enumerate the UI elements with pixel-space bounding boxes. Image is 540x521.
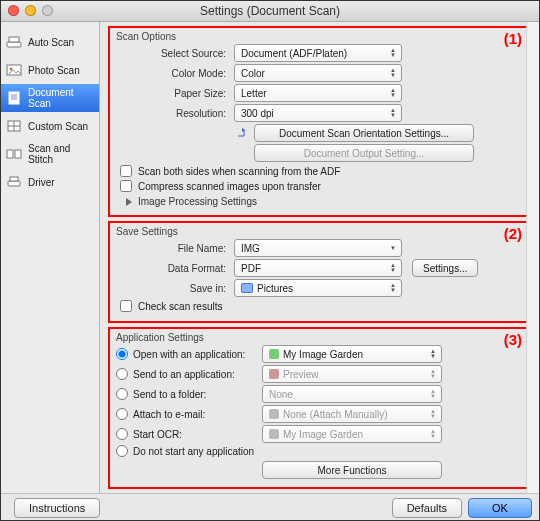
region-marker-3: (3): [504, 331, 522, 348]
svg-rect-0: [7, 42, 21, 47]
sidebar-item-document-scan[interactable]: Document Scan: [0, 84, 99, 112]
photo-icon: [6, 63, 22, 77]
app-icon: [269, 349, 279, 359]
sidebar-item-label: Photo Scan: [28, 65, 80, 76]
save-in-dropdown[interactable]: Pictures▲▼: [234, 279, 402, 297]
orientation-settings-button[interactable]: Document Scan Orientation Settings...: [254, 124, 474, 142]
sidebar-item-custom-scan[interactable]: Custom Scan: [0, 112, 99, 140]
folder-icon: [241, 283, 253, 293]
minimize-icon[interactable]: [25, 5, 36, 16]
more-functions-button[interactable]: More Functions: [262, 461, 442, 479]
scrollbar[interactable]: [526, 22, 540, 493]
sidebar: Auto Scan Photo Scan Document Scan Custo…: [0, 22, 100, 493]
orientation-icon: [234, 126, 250, 140]
start-ocr-radio[interactable]: Start OCR:: [116, 428, 262, 440]
sidebar-item-label: Driver: [28, 177, 55, 188]
titlebar: Settings (Document Scan): [0, 0, 540, 22]
svg-point-3: [10, 68, 13, 71]
sidebar-item-label: Custom Scan: [28, 121, 88, 132]
application-settings-group: Application Settings (3) Open with an ap…: [108, 327, 534, 489]
stitch-icon: [6, 147, 22, 161]
resolution-label: Resolution:: [116, 108, 234, 119]
check-scan-results-checkbox[interactable]: Check scan results: [120, 300, 526, 312]
file-name-label: File Name:: [116, 243, 234, 254]
sidebar-item-scan-and-stitch[interactable]: Scan and Stitch: [0, 140, 99, 168]
open-with-application-radio[interactable]: Open with an application:: [116, 348, 262, 360]
svg-rect-4: [9, 92, 19, 104]
chevron-right-icon: [126, 198, 132, 206]
color-mode-label: Color Mode:: [116, 68, 234, 79]
send-to-application-dropdown[interactable]: Preview▲▼: [262, 365, 442, 383]
sidebar-item-driver[interactable]: Driver: [0, 168, 99, 196]
svg-rect-13: [8, 181, 20, 186]
sidebar-item-auto-scan[interactable]: Auto Scan: [0, 28, 99, 56]
scanner-icon: [6, 35, 22, 49]
paper-size-dropdown[interactable]: Letter▲▼: [234, 84, 402, 102]
svg-rect-1: [9, 37, 19, 42]
group-title: Application Settings: [116, 332, 526, 343]
app-icon: [269, 409, 279, 419]
custom-icon: [6, 119, 22, 133]
data-format-label: Data Format:: [116, 263, 234, 274]
region-marker-2: (2): [504, 225, 522, 242]
format-settings-button[interactable]: Settings...: [412, 259, 478, 277]
sidebar-item-label: Auto Scan: [28, 37, 74, 48]
zoom-icon[interactable]: [42, 5, 53, 16]
region-marker-1: (1): [504, 30, 522, 47]
data-format-dropdown[interactable]: PDF▲▼: [234, 259, 402, 277]
footer: Instructions Defaults OK: [0, 493, 540, 521]
paper-size-label: Paper Size:: [116, 88, 234, 99]
instructions-button[interactable]: Instructions: [14, 498, 100, 518]
window-controls: [0, 5, 53, 16]
image-processing-disclosure[interactable]: Image Processing Settings: [126, 196, 526, 207]
do-not-start-radio[interactable]: Do not start any application: [116, 445, 376, 457]
driver-icon: [6, 175, 22, 189]
group-title: Scan Options: [116, 31, 526, 42]
group-title: Save Settings: [116, 226, 526, 237]
send-to-folder-dropdown[interactable]: None▲▼: [262, 385, 442, 403]
close-icon[interactable]: [8, 5, 19, 16]
open-with-application-dropdown[interactable]: My Image Garden▲▼: [262, 345, 442, 363]
attach-to-email-radio[interactable]: Attach to e-mail:: [116, 408, 262, 420]
svg-rect-11: [7, 150, 13, 158]
file-name-combo[interactable]: IMG▼: [234, 239, 402, 257]
save-in-label: Save in:: [116, 283, 234, 294]
sidebar-item-photo-scan[interactable]: Photo Scan: [0, 56, 99, 84]
scan-both-sides-checkbox[interactable]: Scan both sides when scanning from the A…: [120, 165, 526, 177]
main-panel: Scan Options (1) Select Source: Document…: [100, 22, 540, 493]
color-mode-dropdown[interactable]: Color▲▼: [234, 64, 402, 82]
sidebar-item-label: Scan and Stitch: [28, 143, 93, 165]
start-ocr-dropdown[interactable]: My Image Garden▲▼: [262, 425, 442, 443]
select-source-label: Select Source:: [116, 48, 234, 59]
select-source-dropdown[interactable]: Document (ADF/Platen)▲▼: [234, 44, 402, 62]
attach-to-email-dropdown[interactable]: None (Attach Manually)▲▼: [262, 405, 442, 423]
resolution-dropdown[interactable]: 300 dpi▲▼: [234, 104, 402, 122]
app-icon: [269, 429, 279, 439]
svg-rect-14: [10, 177, 18, 181]
compress-checkbox[interactable]: Compress scanned images upon transfer: [120, 180, 526, 192]
sidebar-item-label: Document Scan: [28, 87, 93, 109]
send-to-application-radio[interactable]: Send to an application:: [116, 368, 262, 380]
defaults-button[interactable]: Defaults: [392, 498, 462, 518]
scan-options-group: Scan Options (1) Select Source: Document…: [108, 26, 534, 217]
output-setting-button[interactable]: Document Output Setting...: [254, 144, 474, 162]
send-to-folder-radio[interactable]: Send to a folder:: [116, 388, 262, 400]
svg-rect-12: [15, 150, 21, 158]
save-settings-group: Save Settings (2) File Name: IMG▼ Data F…: [108, 221, 534, 323]
ok-button[interactable]: OK: [468, 498, 532, 518]
document-icon: [6, 91, 22, 105]
window-title: Settings (Document Scan): [0, 4, 540, 18]
app-icon: [269, 369, 279, 379]
